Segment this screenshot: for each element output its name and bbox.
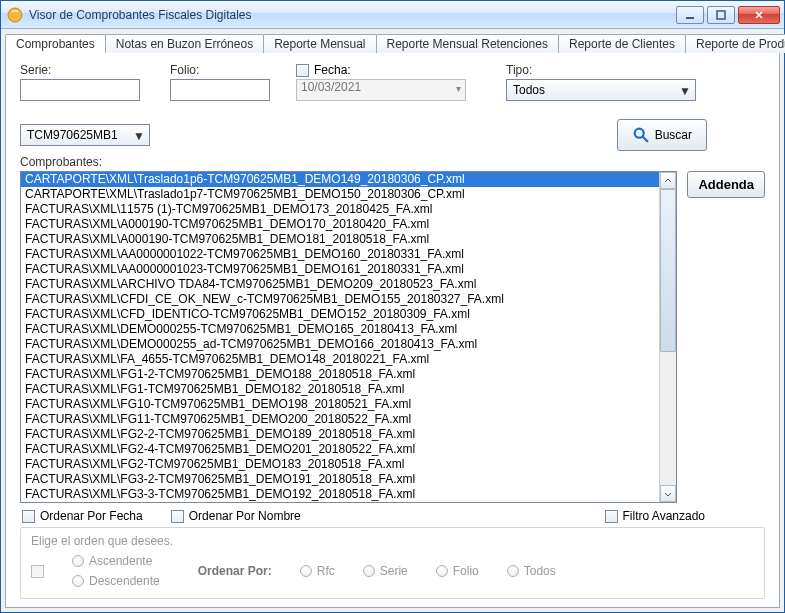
- svg-line-4: [642, 137, 647, 142]
- titlebar: Visor de Comprobantes Fiscales Digitales: [1, 1, 784, 29]
- tab-reporte-productos[interactable]: Reporte de Productos: [685, 34, 785, 53]
- list-item[interactable]: FACTURAS\XML\ARCHIVO TDA84-TCM970625MB1_…: [21, 277, 659, 292]
- dropdown-icon: ▼: [679, 84, 691, 98]
- list-item[interactable]: FACTURAS\XML\FG3-3-TCM970625MB1_DEMO192_…: [21, 487, 659, 502]
- tab-notas-buzon[interactable]: Notas en Buzon Erróneos: [105, 34, 264, 53]
- list-item[interactable]: FACTURAS\XML\11575 (1)-TCM970625MB1_DEMO…: [21, 202, 659, 217]
- rfc-select[interactable]: TCM970625MB1 ▼: [20, 124, 150, 146]
- scroll-up-button[interactable]: [660, 172, 676, 189]
- list-item[interactable]: CARTAPORTE\XML\Traslado1p6-TCM970625MB1_…: [21, 172, 659, 187]
- ordenar-por-label: Ordenar Por:: [198, 564, 272, 578]
- list-item[interactable]: FACTURAS\XML\FG2-TCM970625MB1_DEMO183_20…: [21, 457, 659, 472]
- search-icon: [632, 126, 650, 144]
- todos-radio: Todos: [507, 564, 556, 578]
- serie-radio: Serie: [363, 564, 408, 578]
- svg-rect-1: [686, 17, 694, 19]
- order-group: Elige el orden que desees. Ascendente De…: [20, 527, 765, 599]
- svg-rect-2: [717, 11, 725, 19]
- tab-reporte-mensual[interactable]: Reporte Mensual: [263, 34, 376, 53]
- tab-content: Serie: Folio: Fecha: 10/03/2021 ▾ Tipo:: [5, 53, 780, 608]
- list-item[interactable]: FACTURAS\XML\FG2-4-TCM970625MB1_DEMO201_…: [21, 442, 659, 457]
- list-item[interactable]: FACTURAS\XML\FG3-2-TCM970625MB1_DEMO191_…: [21, 472, 659, 487]
- window: Visor de Comprobantes Fiscales Digitales…: [0, 0, 785, 613]
- rfc-radio: Rfc: [300, 564, 335, 578]
- list-item[interactable]: FACTURAS\XML\FG1-2-TCM970625MB1_DEMO188_…: [21, 367, 659, 382]
- checkbox-icon: [296, 64, 309, 77]
- serie-label: Serie:: [20, 63, 140, 77]
- filtro-avanzado-checkbox[interactable]: Filtro Avanzado: [605, 509, 706, 523]
- list-item[interactable]: FACTURAS\XML\CFDI_CE_OK_NEW_c-TCM970625M…: [21, 292, 659, 307]
- tipo-select[interactable]: Todos ▼: [506, 79, 696, 101]
- serie-input[interactable]: [20, 79, 140, 101]
- descendente-radio: Descendente: [72, 574, 160, 588]
- folio-input[interactable]: [170, 79, 270, 101]
- ascendente-radio: Ascendente: [72, 554, 160, 568]
- close-button[interactable]: [738, 6, 780, 24]
- addenda-button[interactable]: Addenda: [687, 171, 765, 198]
- checkbox-icon: [171, 510, 184, 523]
- list-item[interactable]: FACTURAS\XML\FG11-TCM970625MB1_DEMO200_2…: [21, 412, 659, 427]
- dropdown-icon: ▼: [133, 129, 145, 143]
- minimize-button[interactable]: [676, 6, 704, 24]
- dropdown-icon: ▾: [456, 83, 461, 94]
- tipo-label: Tipo:: [506, 63, 765, 77]
- comprobantes-listbox[interactable]: CARTAPORTE\XML\Traslado1p6-TCM970625MB1_…: [20, 171, 677, 503]
- folio-radio: Folio: [436, 564, 479, 578]
- scrollbar[interactable]: [659, 172, 676, 502]
- tab-comprobantes[interactable]: Comprobantes: [5, 34, 106, 53]
- list-item[interactable]: FACTURAS\XML\FA_4655-TCM970625MB1_DEMO14…: [21, 352, 659, 367]
- list-item[interactable]: FACTURAS\XML\AA0000001023-TCM970625MB1_D…: [21, 262, 659, 277]
- app-icon: [7, 7, 23, 23]
- window-title: Visor de Comprobantes Fiscales Digitales: [29, 8, 676, 22]
- list-item[interactable]: FACTURAS\XML\FG10-TCM970625MB1_DEMO198_2…: [21, 397, 659, 412]
- list-item[interactable]: CARTAPORTE\XML\Traslado1p7-TCM970625MB1_…: [21, 187, 659, 202]
- list-item[interactable]: FACTURAS\XML\CFD_IDENTICO-TCM970625MB1_D…: [21, 307, 659, 322]
- order-group-title: Elige el orden que desees.: [31, 534, 754, 548]
- fecha-label: Fecha:: [314, 63, 351, 77]
- buscar-button[interactable]: Buscar: [617, 119, 707, 151]
- scroll-down-button[interactable]: [660, 485, 676, 502]
- ordenar-nombre-checkbox[interactable]: Ordenar Por Nombre: [171, 509, 301, 523]
- checkbox-icon: [605, 510, 618, 523]
- order-enable-checkbox: [31, 565, 44, 578]
- checkbox-icon: [22, 510, 35, 523]
- list-item[interactable]: FACTURAS\XML\FG2-2-TCM970625MB1_DEMO189_…: [21, 427, 659, 442]
- tab-reporte-retenciones[interactable]: Reporte Mensual Retenciones: [376, 34, 559, 53]
- list-item[interactable]: FACTURAS\XML\A000190-TCM970625MB1_DEMO18…: [21, 232, 659, 247]
- list-item[interactable]: FACTURAS\XML\FG1-TCM970625MB1_DEMO182_20…: [21, 382, 659, 397]
- tabstrip: Comprobantes Notas en Buzon Erróneos Rep…: [1, 29, 784, 53]
- fecha-checkbox[interactable]: Fecha:: [296, 63, 466, 77]
- list-item[interactable]: FACTURAS\XML\AA0000001022-TCM970625MB1_D…: [21, 247, 659, 262]
- list-item[interactable]: FACTURAS\XML\DEMO000255_ad-TCM970625MB1_…: [21, 337, 659, 352]
- ordenar-fecha-checkbox[interactable]: Ordenar Por Fecha: [22, 509, 143, 523]
- maximize-button[interactable]: [707, 6, 735, 24]
- fecha-input: 10/03/2021 ▾: [296, 79, 466, 101]
- comprobantes-label: Comprobantes:: [20, 155, 765, 169]
- tab-reporte-clientes[interactable]: Reporte de Clientes: [558, 34, 686, 53]
- list-item[interactable]: FACTURAS\XML\A000190-TCM970625MB1_DEMO17…: [21, 217, 659, 232]
- list-item[interactable]: FACTURAS\XML\DEMO000255-TCM970625MB1_DEM…: [21, 322, 659, 337]
- scroll-track[interactable]: [660, 189, 676, 485]
- folio-label: Folio:: [170, 63, 270, 77]
- scroll-thumb[interactable]: [660, 189, 676, 352]
